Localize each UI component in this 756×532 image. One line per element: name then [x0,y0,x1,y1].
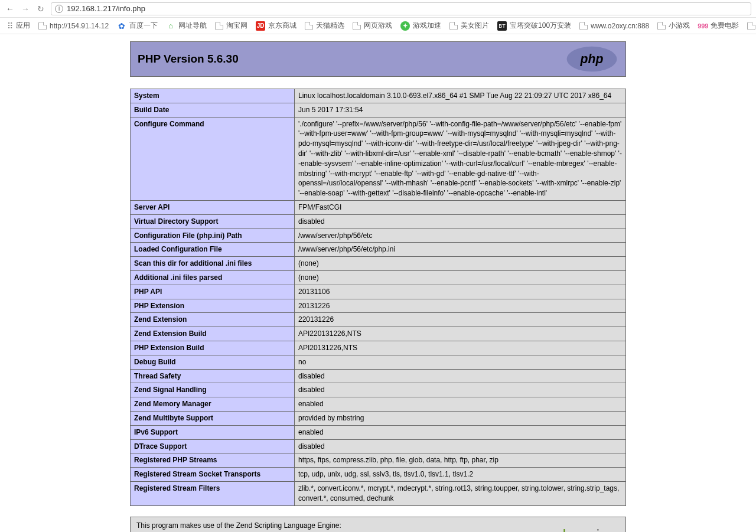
bookmark-label: 美女图片 [461,21,489,31]
page-icon [305,22,313,30]
svg-text:php: php [580,52,604,66]
page-icon [747,22,755,30]
forward-button[interactable]: → [20,4,31,14]
movie-icon: 999 [698,21,708,31]
bookmark-item[interactable]: 淘宝网 [215,21,247,31]
property-name: Loaded Configuration File [131,243,295,257]
jd-icon: JD [256,21,265,31]
property-name: Configure Command [131,117,295,200]
page-icon [353,22,361,30]
url-bar[interactable]: i 192.168.1.217/info.php [51,2,751,15]
apps-button[interactable]: ⠿ 应用 [7,21,30,31]
property-name: Thread Safety [131,369,295,383]
bookmark-item[interactable]: ✦游戏加速 [400,21,441,31]
table-row: Build DateJun 5 2017 17:31:54 [131,103,626,117]
property-name: Virtual Directory Support [131,214,295,229]
baidu-icon: ✿ [117,21,126,31]
back-button[interactable]: ← [5,4,15,14]
bookmark-item[interactable]: 999免费电影 [698,21,739,31]
page-icon [215,22,223,30]
bookmark-item[interactable]: 小游戏 [657,21,690,31]
property-name: Registered Stream Filters [131,481,295,505]
property-value: disabled [295,369,626,383]
property-name: Registered Stream Socket Transports [131,468,295,482]
page-icon [579,22,588,30]
property-value: API20131226,NTS [295,341,626,355]
table-row: Registered PHP Streamshttps, ftps, compr… [131,453,626,468]
property-value: tcp, udp, unix, udg, ssl, sslv3, tls, tl… [295,468,626,482]
table-row: Registered Stream Filterszlib.*, convert… [131,481,626,505]
reload-button[interactable]: ↻ [35,4,46,14]
bookmark-label: 百度一下 [129,21,158,31]
table-row: Zend Signal Handlingdisabled [131,383,626,397]
bt-icon: BT [497,21,507,31]
property-value: /www/server/php/56/etc/php.ini [295,243,626,257]
property-name: Server API [131,200,295,214]
table-row: Scan this dir for additional .ini files(… [131,257,626,271]
bookmark-label: 游戏加速 [413,21,441,31]
property-name: Additional .ini files parsed [131,270,295,285]
php-logo: php [565,45,618,73]
property-name: Configuration File (php.ini) Path [131,229,295,243]
property-value: 20131226 [295,299,626,313]
property-value: disabled [295,383,626,397]
apps-label: 应用 [16,21,30,31]
table-row: Registered Stream Socket Transportstcp, … [131,468,626,482]
bookmark-item[interactable]: 天猫精选 [305,21,344,31]
bookmark-item[interactable]: ✿百度一下 [117,21,158,31]
bookmark-item[interactable]: BT宝塔突破100万安装 [497,21,571,31]
zend-engine-logo: zendengine [528,526,620,532]
property-name: Registered PHP Streams [131,453,295,468]
bookmark-label: 京东商城 [268,21,296,31]
bookmark-label: 网页游戏 [364,21,392,31]
property-value: Linux localhost.localdomain 3.10.0-693.e… [295,89,626,103]
property-name: Zend Multibyte Support [131,411,295,425]
table-row: PHP Extension20131226 [131,299,626,313]
page-icon [657,22,666,30]
bookmark-item[interactable]: 美女图片 [449,21,489,31]
bookmark-item[interactable]: www.o2oxy.cn:888 [579,22,649,30]
bookmark-item[interactable]: 网页游戏 [353,21,392,31]
bookmark-item[interactable]: JD京东商城 [256,21,296,31]
property-value: enabled [295,397,626,412]
table-row: Thread Safetydisabled [131,369,626,383]
browser-navigation: ← → ↻ i 192.168.1.217/info.php [0,0,756,18]
apps-icon: ⠿ [7,21,13,31]
property-name: PHP API [131,285,295,299]
table-row: IPv6 Supportenabled [131,425,626,439]
property-name: Zend Signal Handling [131,383,295,397]
property-name: System [131,89,295,103]
bookmark-label: 免费电影 [711,21,739,31]
phpinfo-table: SystemLinux localhost.localdomain 3.10.0… [130,89,626,506]
bookmark-label: 淘宝网 [226,21,247,31]
table-row: PHP API20131106 [131,285,626,299]
accelerate-icon: ✦ [400,21,410,31]
table-row: Virtual Directory Supportdisabled [131,214,626,229]
info-icon[interactable]: i [55,5,63,13]
property-name: IPv6 Support [131,425,295,439]
table-row: DTrace Supportdisabled [131,439,626,453]
table-row: Loaded Configuration File/www/server/php… [131,243,626,257]
bookmark-label: http://154.91.14.12 [50,22,109,30]
bookmark-label: www.o2oxy.cn:888 [591,22,649,30]
table-row: Zend Multibyte Supportprovided by mbstri… [131,411,626,425]
page-icon [449,22,458,30]
bookmark-item[interactable]: http://154.91.14.12 [38,22,109,30]
zend-engine-box: This program makes use of the Zend Scrip… [130,517,626,533]
property-name: Build Date [131,103,295,117]
page-icon [38,22,47,30]
page-content: PHP Version 5.6.30 php SystemLinux local… [0,34,756,532]
property-name: DTrace Support [131,439,295,453]
property-value: disabled [295,214,626,229]
bookmark-label: 小游戏 [669,21,690,31]
property-name: Scan this dir for additional .ini files [131,257,295,271]
bookmarks-bar: ⠿ 应用 http://154.91.14.12✿百度一下⌂网址导航淘宝网JD京… [0,18,756,34]
property-name: PHP Extension Build [131,341,295,355]
zend-line1: This program makes use of the Zend Scrip… [136,521,389,531]
bookmark-item[interactable]: 网 [747,21,756,31]
property-value: (none) [295,270,626,285]
table-row: Server APIFPM/FastCGI [131,200,626,214]
bookmark-item[interactable]: ⌂网址导航 [166,21,207,31]
property-value: zlib.*, convert.iconv.*, mcrypt.*, mdecr… [295,481,626,505]
table-row: Configuration File (php.ini) Path/www/se… [131,229,626,243]
